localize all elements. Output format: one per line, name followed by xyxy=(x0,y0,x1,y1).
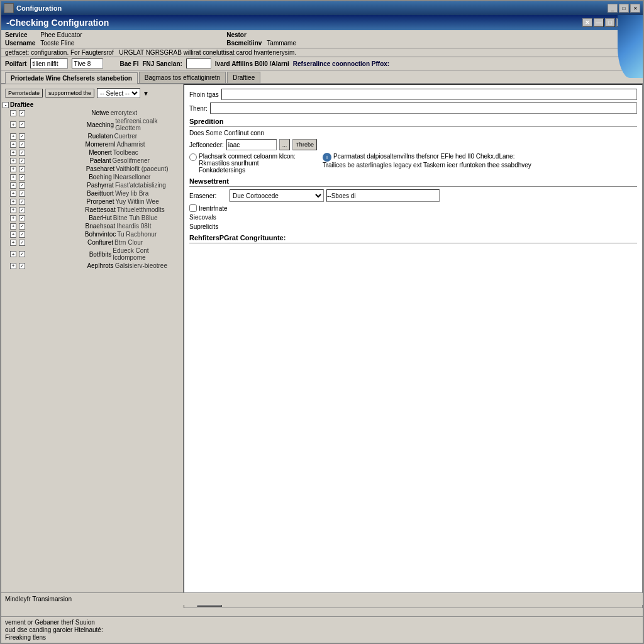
dialog-minimize-button[interactable]: — xyxy=(594,18,604,27)
tree-item-check-11[interactable]: ✓ xyxy=(19,207,25,213)
tree-item-check-16[interactable]: ✓ xyxy=(19,251,25,257)
erasener-row: Erasener: Due Cortoocede xyxy=(189,189,637,202)
tree-item-expand-17[interactable]: + xyxy=(10,263,16,269)
tree-item-check-13[interactable]: ✓ xyxy=(19,223,25,230)
tree-item-check-0[interactable]: ✓ xyxy=(19,110,25,116)
tab-2[interactable]: Draftiee xyxy=(227,72,260,83)
tree-item-10[interactable]: +✓ProrpenetYuy Witliin Wee xyxy=(3,197,182,206)
tree-dropdown[interactable]: -- Select -- xyxy=(97,88,140,98)
erasener-label: Erasener: xyxy=(189,192,227,199)
minimize-button[interactable]: _ xyxy=(608,4,618,13)
tree-item-check-10[interactable]: ✓ xyxy=(19,199,25,205)
rkmastilos-label: Rkmastilos snurlhumt xyxy=(199,160,296,167)
tree-item-14[interactable]: +✓BohnvintocTu Racbhonur xyxy=(3,230,182,238)
tree-item-check-1[interactable]: ✓ xyxy=(19,121,25,128)
tree-item-11[interactable]: +✓RaettesoatThitueletthmodlts xyxy=(3,206,182,214)
jeff-btn2[interactable]: Threbe xyxy=(292,139,317,150)
erasener-input[interactable] xyxy=(326,189,440,202)
tree-item-check-15[interactable]: ✓ xyxy=(19,240,25,246)
tree-item-expand-4[interactable]: + xyxy=(10,150,16,156)
tree-item-expand-1[interactable]: + xyxy=(10,121,16,128)
tree-item-expand-9[interactable]: + xyxy=(10,191,16,197)
dialog-pin-button[interactable]: ✕ xyxy=(582,18,592,27)
tree-item-expand-13[interactable]: + xyxy=(10,223,16,230)
tree-item-expand-5[interactable]: + xyxy=(10,158,16,164)
tree-item-label-17: Aeplhrots xyxy=(87,262,113,269)
tree-item-13[interactable]: +✓BnaehsoatIheardis 08It xyxy=(3,222,182,230)
tree-item-1[interactable]: +✓Maechingteefireeni.coalk Gleottem xyxy=(3,117,182,132)
tree-item-expand-7[interactable]: + xyxy=(10,174,16,180)
interface-row: Irentrfnate xyxy=(189,204,637,212)
tree-item-label-2: Ruelaten xyxy=(87,133,113,140)
tree-item-check-5[interactable]: ✓ xyxy=(19,158,25,164)
jeff-input[interactable] xyxy=(226,139,277,150)
tree-item-4[interactable]: +✓MeonertToolbeac xyxy=(3,148,182,157)
tree-item-8[interactable]: +✓PashyrratFiast'atctabislizing xyxy=(3,181,182,189)
tree-item-16[interactable]: +✓BotflbitsEdueck Cont Icdompome xyxy=(3,247,182,262)
tree-item-6[interactable]: +✓PaseharetVaithiofit (paoeunt) xyxy=(3,165,182,173)
radio-input1[interactable] xyxy=(189,153,197,161)
jeff-label: Jeffconeder: xyxy=(189,142,224,148)
tree-item-expand-0[interactable]: - xyxy=(10,110,16,116)
tree-item-12[interactable]: +✓BaerHutBitne Tuh B8lue xyxy=(3,214,182,222)
radio-option1-container: Plachsark conmect celoanm klcon: Rkmasti… xyxy=(199,153,296,174)
service-label: Service xyxy=(5,31,35,38)
tree-item-expand-10[interactable]: + xyxy=(10,199,16,205)
tree-item-check-14[interactable]: ✓ xyxy=(19,231,25,238)
tree-item-2[interactable]: +✓RuelatenCuertrer xyxy=(3,132,182,140)
tab-0[interactable]: Priortedate Wine Chefserets stanebetion xyxy=(5,72,138,84)
tree-item-3[interactable]: +✓MomerernlAdhamrist xyxy=(3,140,182,148)
tree-item-check-17[interactable]: ✓ xyxy=(19,263,25,269)
thner-label: Thenr: xyxy=(189,105,208,112)
tree-item-check-12[interactable]: ✓ xyxy=(19,215,25,221)
tree-item-expand-3[interactable]: + xyxy=(10,142,16,148)
tree-item-check-9[interactable]: ✓ xyxy=(19,191,25,197)
thner-input[interactable] xyxy=(210,103,637,114)
tree-item-expand-8[interactable]: + xyxy=(10,182,16,189)
fromtag-input[interactable] xyxy=(221,89,637,100)
base-input[interactable] xyxy=(186,58,211,69)
jeff-btn1[interactable]: ... xyxy=(279,139,291,150)
restore-button[interactable]: □ xyxy=(619,4,629,13)
tree-item-0[interactable]: -✓Netweerrorytext xyxy=(3,109,182,117)
tree-item-expand-2[interactable]: + xyxy=(10,133,16,140)
username-value: Tooste Fline xyxy=(40,40,221,47)
dialog-restore-button[interactable]: □ xyxy=(605,18,615,27)
tree-section-header[interactable]: - Draftiee xyxy=(3,101,182,109)
tree-item-5[interactable]: +✓PaelantGesolifmener xyxy=(3,157,182,165)
tree-item-expand-6[interactable]: + xyxy=(10,166,16,172)
jeff-row: Jeffconeder: ... Threbe xyxy=(189,139,637,150)
tree-item-check-3[interactable]: ✓ xyxy=(19,142,25,148)
tree-item-expand-16[interactable]: + xyxy=(10,251,16,257)
tree-item-expand-15[interactable]: + xyxy=(10,240,16,246)
tree-item-17[interactable]: +✓AeplhrotsGalsisierv-bieotree xyxy=(3,262,182,270)
tree-item-check-6[interactable]: ✓ xyxy=(19,166,25,172)
tree-item-check-4[interactable]: ✓ xyxy=(19,150,25,156)
tree-item-check-2[interactable]: ✓ xyxy=(19,133,25,140)
tree-item-check-7[interactable]: ✓ xyxy=(19,174,25,180)
tree-btn2[interactable]: supporrnetod the xyxy=(45,89,94,97)
info-text1: Pcarmatast dalpiosaltenvillns thefsnor E… xyxy=(333,153,515,160)
bottom-panel-text: Mindleyfr Transimarsion xyxy=(5,596,72,602)
tree-btn1[interactable]: Perrortedate xyxy=(5,89,43,97)
tree-item-15[interactable]: +✓ConfturetBtrn Clour xyxy=(3,238,182,247)
interface-check[interactable] xyxy=(189,204,197,212)
tree-item-check-8[interactable]: ✓ xyxy=(19,182,25,189)
tree-item-expand-11[interactable]: + xyxy=(10,207,16,213)
tree-item-label2-5: Gesolifmener xyxy=(112,157,182,164)
tree-item-label-12: BaerHut xyxy=(89,214,112,221)
tree-item-expand-12[interactable]: + xyxy=(10,215,16,221)
close-button[interactable]: ✕ xyxy=(630,4,640,13)
tree-item-expand-14[interactable]: + xyxy=(10,231,16,238)
siecovals-label: Siecovals xyxy=(189,214,216,221)
tree-item-7[interactable]: +✓BoehingINearselloner xyxy=(3,173,182,181)
profile-input[interactable] xyxy=(30,58,68,69)
tree-root-expand[interactable]: - xyxy=(3,102,9,108)
erasener-select[interactable]: Due Cortoocede xyxy=(230,189,324,202)
profile-input2[interactable] xyxy=(72,58,103,69)
suprelicits-row: Suprelicits xyxy=(189,223,637,230)
tree-item-9[interactable]: +✓BaeittuortWiey lib Bra xyxy=(3,189,182,197)
tab-1[interactable]: Bagmaos tos efficatiginretn xyxy=(139,72,226,83)
tree-item-label-15: Confturet xyxy=(87,239,113,246)
tree-item-label2-7: INearselloner xyxy=(113,174,182,180)
